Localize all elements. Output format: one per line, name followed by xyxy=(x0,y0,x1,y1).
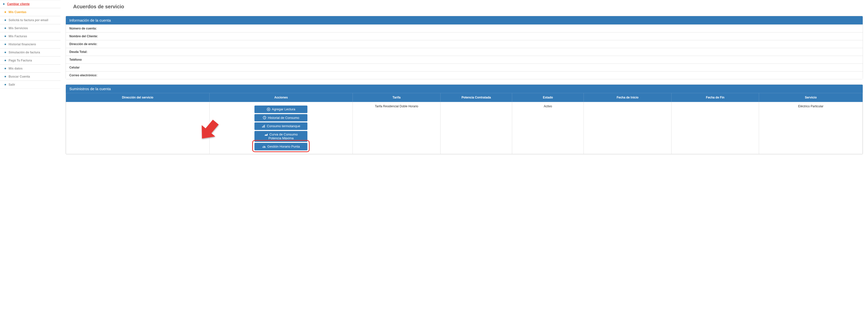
sidebar-item-label: Salir xyxy=(8,83,15,87)
shipping-address-label: Dirección de envío: xyxy=(66,40,863,48)
svg-rect-5 xyxy=(262,127,263,128)
cell-estado: Activo xyxy=(512,102,584,154)
col-direccion: Dirección del servicio xyxy=(66,93,210,102)
supplies-table: Dirección del servicio Acciones Tarifa P… xyxy=(66,93,863,154)
bullet-icon xyxy=(3,3,4,5)
sidebar-change-client[interactable]: Cambiar cliente xyxy=(0,0,61,8)
bullet-icon xyxy=(4,60,6,61)
consumo-termotanque-button[interactable]: Consumo termotanque xyxy=(254,123,307,130)
cell-potencia xyxy=(440,102,512,154)
sidebar-item-solicita-factura-email[interactable]: Solicitá tu factura por email xyxy=(0,16,61,24)
sidebar-item-label: Mis datos xyxy=(8,67,23,70)
sidebar-item-label: Mis Facturas xyxy=(8,34,27,38)
cell-tarifa: Tarifa Residencial Doble Horario xyxy=(353,102,440,154)
page-title: Acuerdos de servicio xyxy=(66,0,863,16)
bar-chart-icon xyxy=(262,125,265,128)
button-label: Historial de Consumo xyxy=(268,116,299,120)
col-fecha-fin: Fecha de Fin xyxy=(671,93,759,102)
email-label: Correo electrónico: xyxy=(66,71,863,79)
bullet-icon xyxy=(4,28,6,29)
sidebar-item-label: Historial financiero xyxy=(8,42,36,46)
sidebar-change-client-label: Cambiar cliente xyxy=(7,2,30,6)
historial-consumo-button[interactable]: Historial de Consumo xyxy=(254,114,307,122)
bullet-icon xyxy=(4,35,6,37)
client-name-label: Nombre del Cliente: xyxy=(66,32,863,40)
sidebar-item-label: Solicitá tu factura por email xyxy=(8,19,48,22)
sidebar-item-simulacion-factura[interactable]: Simulación de factura xyxy=(0,48,61,57)
sidebar-item-mis-servicios[interactable]: Mis Servicios xyxy=(0,24,61,32)
table-row: Agregar Lectura Historial de Consumo Con… xyxy=(66,102,863,154)
mobile-label: Celular xyxy=(66,64,863,71)
account-number-label: Número de cuenta: xyxy=(66,25,863,32)
col-estado: Estado xyxy=(512,93,584,102)
svg-rect-7 xyxy=(264,125,265,128)
button-label: Agregar Lectura xyxy=(272,107,295,111)
plus-circle-icon xyxy=(267,107,270,111)
gauge-icon xyxy=(262,145,266,148)
bullet-icon xyxy=(4,52,6,53)
cell-servicio: Eléctrico Particular xyxy=(759,102,863,154)
col-servicio: Servicio xyxy=(759,93,863,102)
bullet-icon xyxy=(4,76,6,77)
button-label-line1: Curva de Consumo xyxy=(269,133,298,136)
gestion-horario-button[interactable]: Gestión Horario Punta xyxy=(254,143,307,150)
sidebar-item-historial-financiero[interactable]: Historial financiero xyxy=(0,40,61,48)
col-fecha-inicio: Fecha de Inicio xyxy=(584,93,671,102)
curva-consumo-button[interactable]: Curva de Consumo Potencia Máxima xyxy=(254,131,307,142)
sidebar-item-label: Mis Cuentas xyxy=(8,10,27,14)
supplies-panel: Suministros de la cuenta Dirección del s… xyxy=(66,85,863,155)
col-potencia: Potencia Contratada xyxy=(440,93,512,102)
clock-icon xyxy=(263,116,266,120)
bullet-icon xyxy=(4,20,6,21)
total-debt-label: Deuda Total: xyxy=(66,48,863,56)
sidebar-item-mis-datos[interactable]: Mis datos xyxy=(0,65,61,72)
cell-acciones: Agregar Lectura Historial de Consumo Con… xyxy=(209,102,353,154)
sidebar: Cambiar cliente Mis Cuentas Solicitá tu … xyxy=(0,0,61,160)
area-chart-icon xyxy=(264,133,268,136)
sidebar-item-paga-factura[interactable]: Pagá Tu Factura xyxy=(0,57,61,65)
account-info-heading: Información de la cuenta xyxy=(66,16,863,25)
sidebar-item-buscar-cuenta[interactable]: Buscar Cuenta xyxy=(0,72,61,80)
sidebar-item-label: Pagá Tu Factura xyxy=(8,59,32,62)
supplies-heading: Suministros de la cuenta xyxy=(66,85,863,93)
col-acciones: Acciones xyxy=(209,93,353,102)
bullet-icon xyxy=(4,43,6,45)
bullet-icon xyxy=(4,68,6,69)
button-label: Consumo termotanque xyxy=(267,124,300,128)
button-label-line2: Potencia Máxima xyxy=(269,136,294,140)
main-content: Acuerdos de servicio Información de la c… xyxy=(61,0,868,160)
bullet-icon xyxy=(4,84,6,86)
sidebar-item-mis-cuentas[interactable]: Mis Cuentas xyxy=(0,8,61,16)
bullet-icon xyxy=(4,11,6,13)
button-label: Gestión Horario Punta xyxy=(267,144,300,148)
svg-point-8 xyxy=(264,147,264,147)
cell-direccion xyxy=(66,102,210,154)
agregar-lectura-button[interactable]: Agregar Lectura xyxy=(254,105,307,113)
cell-fecha-fin xyxy=(671,102,759,154)
sidebar-item-label: Simulación de factura xyxy=(8,51,40,54)
sidebar-item-mis-facturas[interactable]: Mis Facturas xyxy=(0,32,61,40)
phone-label: Teléfono xyxy=(66,56,863,64)
svg-rect-6 xyxy=(263,126,264,128)
account-info-panel: Información de la cuenta Número de cuent… xyxy=(66,16,863,79)
col-tarifa: Tarifa xyxy=(353,93,440,102)
svg-rect-3 xyxy=(268,109,269,109)
sidebar-item-label: Buscar Cuenta xyxy=(8,75,30,78)
cell-fecha-inicio xyxy=(584,102,671,154)
sidebar-item-salir[interactable]: Salir xyxy=(0,80,61,89)
sidebar-item-label: Mis Servicios xyxy=(8,27,28,30)
